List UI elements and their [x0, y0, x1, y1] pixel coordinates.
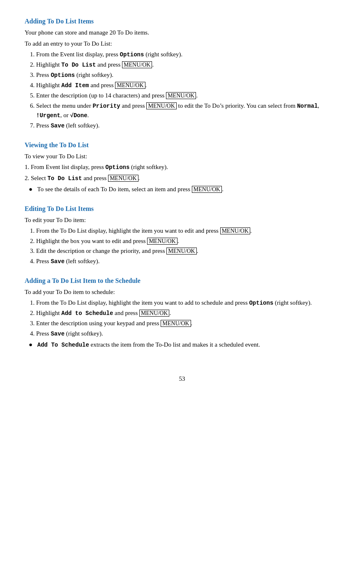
keyword-priority: Priority	[92, 103, 120, 109]
keyword-add-to-schedule: Add to Schedule	[61, 310, 113, 317]
editing-intro: To edit your To Do item:	[25, 215, 339, 225]
key-menu-ok: MENU/OK	[166, 248, 196, 255]
key-menu-ok: MENU/OK	[115, 82, 145, 89]
list-item: Enter the description (up to 14 characte…	[36, 91, 339, 100]
list-item: Highlight Add Item and press MENU/OK.	[36, 81, 339, 90]
keyword-done: √Done	[70, 112, 88, 119]
list-item: From the To Do List display, highlight t…	[36, 298, 339, 308]
section-viewing-todo: Viewing the To Do List To view your To D…	[25, 140, 339, 194]
list-item: Press Save (right softkey).	[36, 329, 339, 338]
intro-line-1: Your phone can store and manage 20 To Do…	[25, 28, 339, 37]
keyword-add-item: Add Item	[61, 82, 89, 89]
key-menu-ok: MENU/OK	[166, 92, 196, 99]
section-adding-todo: Adding To Do List Items Your phone can s…	[25, 16, 339, 130]
heading-editing-todo: Editing To Do List Items	[25, 204, 339, 214]
key-menu-ok: MENU/OK	[139, 310, 169, 317]
section-adding-schedule: Adding a To Do List Item to the Schedule…	[25, 276, 339, 350]
key-menu-ok: MENU/OK	[161, 320, 191, 327]
list-item: Highlight the box you want to edit and p…	[36, 236, 339, 246]
list-item: Press Save (left softkey).	[36, 257, 339, 266]
keyword-options: Options	[106, 164, 130, 171]
keyword-save: Save	[51, 258, 65, 265]
heading-adding-schedule: Adding a To Do List Item to the Schedule	[25, 276, 339, 286]
keyword-normal: Normal	[297, 103, 318, 109]
heading-adding-todo: Adding To Do List Items	[25, 16, 339, 26]
list-item: From the To Do List display, highlight t…	[36, 226, 339, 236]
list-item: To see the details of each To Do item, s…	[29, 185, 339, 194]
intro-line-2: To add an entry to your To Do List:	[25, 39, 339, 49]
viewing-step-1: 1. From Event list display, press Option…	[25, 162, 339, 172]
list-item: Edit the description or change the prior…	[36, 246, 339, 256]
list-item: From the Event list display, press Optio…	[36, 50, 339, 59]
viewing-step-2: 2. Select To Do List and press MENU/OK.	[25, 174, 339, 183]
list-item: Add To Schedule extracts the item from t…	[29, 340, 339, 350]
list-item: Highlight Add to Schedule and press MENU…	[36, 308, 339, 318]
schedule-bullets: Add To Schedule extracts the item from t…	[29, 340, 339, 350]
keyword-options: Options	[51, 72, 75, 79]
keyword-todo-list: To Do List	[61, 62, 96, 68]
keyword-todo-list: To Do List	[47, 175, 82, 182]
list-item: Select the menu under Priority and press…	[36, 101, 339, 120]
list-item: Press Options (right softkey).	[36, 70, 339, 80]
viewing-bullets: To see the details of each To Do item, s…	[29, 185, 339, 194]
key-menu-ok: MENU/OK	[147, 238, 177, 245]
schedule-intro: To add your To Do item to schedule:	[25, 287, 339, 297]
page-content: Adding To Do List Items Your phone can s…	[25, 16, 339, 383]
key-menu-ok: MENU/OK	[192, 186, 222, 193]
key-menu-ok: MENU/OK	[122, 61, 152, 68]
section-editing-todo: Editing To Do List Items To edit your To…	[25, 204, 339, 266]
keyword-urgent: !Urgent	[36, 112, 60, 119]
page-number: 53	[25, 374, 339, 384]
heading-viewing-todo: Viewing the To Do List	[25, 140, 339, 150]
keyword-save: Save	[51, 331, 65, 337]
editing-todo-steps: From the To Do List display, highlight t…	[36, 226, 339, 266]
list-item: Highlight To Do List and press MENU/OK.	[36, 60, 339, 69]
adding-schedule-steps: From the To Do List display, highlight t…	[36, 298, 339, 338]
keyword-options: Options	[249, 300, 273, 306]
key-menu-ok: MENU/OK	[220, 227, 250, 234]
viewing-intro: To view your To Do List:	[25, 152, 339, 161]
list-item: Press Save (left softkey).	[36, 121, 339, 130]
key-menu-ok: MENU/OK	[108, 175, 138, 182]
keyword-options: Options	[120, 51, 144, 58]
adding-todo-steps: From the Event list display, press Optio…	[36, 50, 339, 130]
key-menu-ok: MENU/OK	[146, 102, 176, 109]
keyword-save: Save	[51, 123, 65, 129]
keyword-add-to-schedule: Add To Schedule	[37, 342, 89, 348]
list-item: Enter the description using your keypad …	[36, 319, 339, 328]
